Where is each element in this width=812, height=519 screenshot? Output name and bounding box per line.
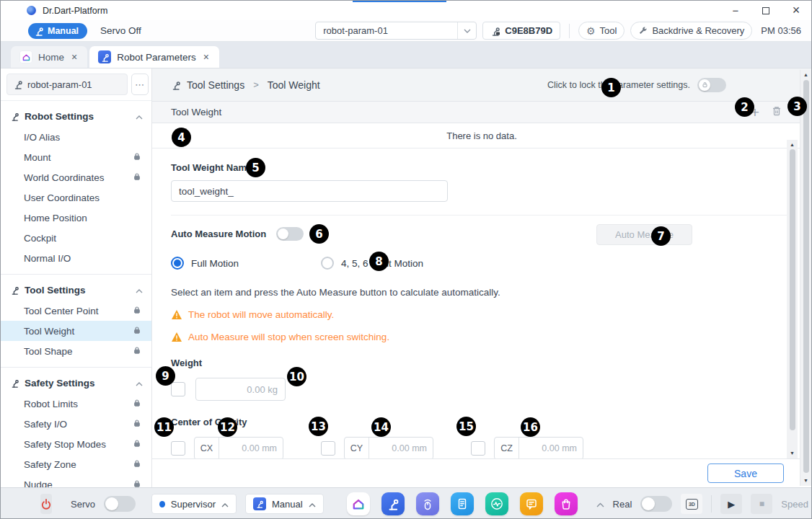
sidebar-item-world-coordinates[interactable]: World Coordinates [1,167,151,187]
weight-input[interactable] [195,378,286,401]
mode-select[interactable]: Manual [245,494,324,514]
sidebar-item-home-position[interactable]: Home Position [1,208,151,228]
sidebar-item-tool-center-point[interactable]: Tool Center Point [1,301,151,321]
cz-checkbox[interactable] [471,441,485,456]
param-file-select[interactable]: robot-param-01 [315,22,477,40]
status-bar: Servo Supervisor Manual [1,487,811,519]
item-label: Safety Stop Modes [24,439,106,450]
play-button[interactable]: ▶ [720,494,742,514]
tab-bar: Home × Robot Parameters × [1,42,811,68]
manual-mode-icon [253,497,266,510]
dock-expand-chevron[interactable] [596,499,604,510]
form-scrollbar[interactable]: ▲ ▼ [787,140,798,458]
full-motion-radio[interactable] [171,257,184,270]
robot-serial-button[interactable]: C9E8B79D [482,22,560,40]
lock-icon [133,399,141,409]
joint-motion-radio[interactable] [321,257,334,270]
maximize-button[interactable] [751,1,781,20]
dock-store-app[interactable] [555,492,578,515]
scrollbar-thumb[interactable] [803,80,809,473]
close-icon[interactable]: × [70,51,79,63]
sidebar-item-user-coordinates[interactable]: User Coordinates [1,187,151,208]
sidebar-item-nudge[interactable]: Nudge [1,474,151,487]
item-label: Tool Shape [24,346,73,357]
annotation-badge-10: 10 [287,367,306,386]
tool-button[interactable]: ⚙ Tool [578,22,625,40]
dock-home-app[interactable] [347,492,370,515]
minimize-button[interactable]: − [720,1,751,20]
section-robot-settings-header[interactable]: Robot Settings [1,105,151,127]
auto-measure-motion-toggle[interactable] [276,227,304,241]
sidebar-item-io-alias[interactable]: I/O Alias [1,127,151,147]
section-safety-settings: Safety Settings Robot Limits Safety I/O … [1,367,151,487]
annotation-badge-8: 8 [369,252,389,271]
cx-input[interactable] [219,443,283,453]
3d-view-button[interactable]: 3D [681,494,702,514]
real-sim-toggle[interactable] [640,496,672,512]
lock-icon [133,326,141,337]
center-of-gravity-label: Center of Gravity [171,417,811,427]
real-label: Real [613,499,632,510]
section-tool-settings-header[interactable]: Tool Settings [1,279,151,301]
item-label: User Coordinates [24,192,100,203]
sidebar-item-mount[interactable]: Mount [1,147,151,167]
scroll-up-arrow[interactable]: ▲ [800,71,811,79]
cx-checkbox[interactable] [171,441,185,456]
close-icon[interactable]: × [202,51,211,63]
stop-button[interactable]: ■ [751,494,772,514]
dock-task-script-app[interactable] [451,492,474,515]
sidebar-menu-button[interactable]: ⋯ [131,74,149,95]
breadcrumb-parent[interactable]: Tool Settings [187,79,244,91]
page-scrollbar[interactable]: ▲ ▼ [800,70,811,486]
sidebar-item-robot-limits[interactable]: Robot Limits [1,394,151,414]
close-button[interactable]: × [781,1,811,20]
scroll-up-arrow[interactable]: ▲ [787,141,798,148]
auto-measure-button[interactable]: Auto Measure [596,224,692,245]
cy-checkbox[interactable] [321,441,335,456]
gear-icon: ⚙ [586,26,596,36]
sidebar-item-safety-zone[interactable]: Safety Zone [1,454,151,474]
dock-log-message-app[interactable] [520,492,543,515]
sidebar-item-safety-io[interactable]: Safety I/O [1,414,151,434]
scroll-down-arrow[interactable]: ▼ [800,477,811,484]
message-icon [524,497,539,511]
power-button[interactable] [40,494,52,514]
dock-monitoring-app[interactable] [485,492,508,515]
servo-status-label: Servo Off [100,25,141,36]
sidebar-item-normal-io[interactable]: Normal I/O [1,248,151,268]
sidebar-param-name[interactable]: robot-param-01 [6,74,128,95]
sidebar-item-tool-weight[interactable]: Tool Weight [1,321,151,341]
scroll-down-arrow[interactable]: ▼ [787,450,798,457]
scrollbar-thumb[interactable] [790,149,795,430]
cz-input[interactable] [519,443,583,453]
sidebar-item-safety-stop-modes[interactable]: Safety Stop Modes [1,434,151,454]
top-toolbar: Manual Servo Off robot-param-01 C9E8B79D… [1,20,811,42]
manual-mode-button[interactable]: Manual [28,23,87,39]
dock-robot-parameters-app[interactable] [381,492,405,515]
section-safety-settings-header[interactable]: Safety Settings [1,372,151,394]
tool-weight-name-input[interactable] [171,180,448,202]
remote-control-icon [420,497,435,511]
tab-home[interactable]: Home × [11,46,87,68]
servo-toggle[interactable] [104,496,136,512]
backdrive-recovery-button[interactable]: Backdrive & Recovery [630,22,752,40]
section-header: Tool Weight + [152,102,811,123]
weight-checkbox[interactable] [171,382,185,396]
sidebar: robot-param-01 ⋯ Robot Settings I/O Alia… [1,68,152,487]
3d-icon: 3D [686,499,698,510]
sidebar-item-tool-shape[interactable]: Tool Shape [1,341,151,361]
tab-robot-parameters[interactable]: Robot Parameters × [89,46,219,68]
parameter-lock-toggle[interactable] [697,78,726,92]
annotation-badge-1: 1 [601,78,621,97]
delete-icon[interactable] [771,105,782,119]
robot-arm-icon [387,497,400,510]
sidebar-item-cockpit[interactable]: Cockpit [1,228,151,248]
dock-remote-control-app[interactable] [416,492,439,515]
save-button[interactable]: Save [707,463,784,483]
manual-mode-label: Manual [48,26,79,36]
cy-input[interactable] [369,443,433,453]
app-window: Dr.Dart-Platform − × Manual Servo Off ro… [0,0,812,519]
wrench-icon [638,26,648,35]
role-select[interactable]: Supervisor [151,494,237,514]
app-title: Dr.Dart-Platform [43,6,107,16]
